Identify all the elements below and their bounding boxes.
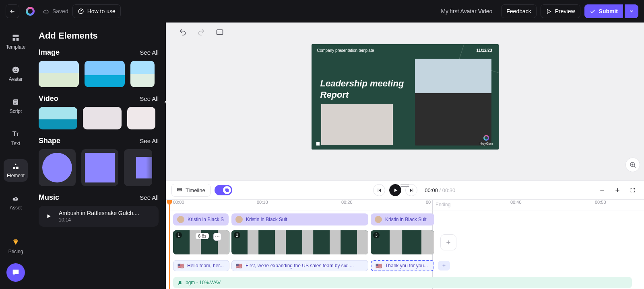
nav-asset[interactable]: Asset (4, 191, 28, 214)
svg-rect-18 (217, 30, 223, 35)
see-all-shape[interactable]: See All (140, 137, 159, 144)
timeline-mode-button[interactable]: Timeline (171, 184, 211, 197)
see-all-music[interactable]: See All (140, 194, 159, 201)
script-icon (12, 98, 20, 106)
nav-avatar[interactable]: Avatar (4, 63, 28, 85)
app-logo[interactable] (23, 4, 37, 18)
avatar-clip[interactable]: Kristin in Black Suit (231, 213, 368, 225)
svg-marker-1 (547, 9, 551, 13)
music-lane: bgm - 10%.WAV (169, 277, 644, 289)
element-icon (12, 162, 20, 170)
video-thumb[interactable] (83, 107, 122, 129)
play-button[interactable] (389, 184, 401, 196)
undo-button[interactable] (178, 27, 188, 37)
layers-toggle[interactable] (215, 185, 232, 195)
canvas[interactable]: Company presentation template 11/12/23 L… (312, 44, 499, 150)
script-clip[interactable]: 🇺🇸First, we're expanding the US sales te… (231, 260, 368, 271)
video-thumb[interactable] (39, 107, 77, 129)
nav-element[interactable]: Element (4, 159, 28, 182)
submit-dropdown[interactable] (625, 4, 638, 18)
scene-clip[interactable]: 3 (371, 230, 434, 254)
image-thumb[interactable] (130, 61, 155, 87)
svg-marker-26 (394, 189, 398, 192)
project-name: My first Avatar Video (441, 8, 492, 14)
svg-rect-9 (14, 100, 17, 101)
svg-point-6 (14, 69, 15, 70)
timeline[interactable]: 00:00 00:10 00:20 00 Ending 00:40 00:50 … (166, 200, 644, 289)
svg-point-7 (16, 69, 17, 70)
zoom-fit-button[interactable] (625, 158, 640, 172)
canvas-avatar[interactable] (415, 59, 491, 146)
script-clip[interactable]: 🇺🇸Hello team, her... (173, 260, 229, 271)
nav-pricing[interactable]: Pricing (4, 235, 28, 258)
see-all-video[interactable]: See All (140, 95, 159, 102)
redo-button[interactable] (196, 27, 206, 37)
svg-marker-27 (410, 189, 412, 192)
safe-zone-button[interactable] (215, 27, 225, 37)
scene-clip[interactable]: 2 (231, 230, 368, 254)
submit-button[interactable]: Submit (584, 4, 623, 18)
section-shape-title: Shape (39, 137, 60, 145)
music-item[interactable]: Ambush in Rattlesnake Gulch.... 10:14 (39, 206, 159, 227)
section-music-title: Music (39, 193, 59, 202)
add-script-button[interactable] (438, 261, 450, 271)
add-scene-button[interactable] (440, 234, 456, 250)
scene-clip[interactable]: 1 6.8s ⋯ (173, 230, 229, 254)
nav-label: Text (11, 141, 20, 146)
prev-scene-button[interactable] (373, 184, 385, 196)
nav-script[interactable]: Script (4, 95, 28, 117)
video-thumb[interactable] (127, 107, 155, 129)
svg-rect-28 (413, 189, 413, 192)
timeline-label: Timeline (186, 187, 205, 193)
avatar-clip[interactable]: Kristin in Black Suit (371, 213, 434, 225)
check-icon (590, 8, 596, 14)
magnifier-icon (629, 161, 636, 168)
image-thumb[interactable] (85, 61, 125, 87)
script-text: Hello team, her... (187, 263, 224, 269)
canvas-photo[interactable] (321, 104, 393, 145)
shape-circle[interactable] (39, 149, 76, 186)
scene-index: 2 (234, 232, 240, 238)
help-circle-icon (78, 8, 84, 14)
ruler-tick: 00:00 (173, 200, 184, 205)
script-text: First, we're expanding the US sales team… (246, 263, 354, 269)
play-outline-icon (546, 8, 552, 14)
shape-square[interactable] (81, 149, 118, 186)
feedback-button[interactable]: Feedback (501, 4, 536, 18)
back-button[interactable] (6, 4, 19, 18)
ruler-tick: 00:20 (341, 200, 353, 205)
playhead[interactable] (169, 200, 170, 289)
avatar-chip-icon (177, 216, 184, 223)
ruler-ending: Ending (436, 202, 450, 207)
ruler[interactable]: 00:00 00:10 00:20 00 Ending 00:40 00:50 (169, 200, 644, 211)
nav-label: Script (10, 109, 22, 114)
cloud-upload-icon (12, 195, 20, 203)
fullscreen-button[interactable] (627, 184, 638, 196)
see-all-image[interactable]: See All (140, 49, 159, 56)
avatar-clip[interactable]: Kristin in Black S (173, 213, 229, 225)
avatar-clip-label: Kristin in Black Suit (385, 217, 427, 222)
svg-point-5 (12, 67, 19, 74)
avatar-chip-icon (375, 216, 382, 223)
shape-gradient[interactable] (124, 149, 152, 186)
image-thumb[interactable] (39, 61, 79, 87)
panel-resize-handle[interactable] (400, 184, 409, 188)
svg-rect-3 (13, 38, 16, 41)
nav-template[interactable]: Template (4, 31, 28, 53)
nav-text[interactable]: TT Text (4, 127, 28, 150)
canvas-date: 11/12/23 (477, 48, 492, 53)
script-clip-selected[interactable]: 🇺🇸Thank you for you... (371, 260, 434, 271)
canvas-title[interactable]: Leadership meeting Report (320, 78, 413, 100)
svg-point-30 (180, 283, 182, 284)
nav-rail: Template Avatar Script TT Text Element A… (0, 23, 31, 289)
zoom-in-button[interactable] (612, 184, 623, 196)
music-clip[interactable]: bgm - 10%.WAV (173, 277, 632, 288)
zoom-out-button[interactable] (597, 184, 608, 196)
music-title: Ambush in Rattlesnake Gulch.... (59, 210, 151, 216)
how-to-use-label: How to use (87, 8, 116, 14)
svg-rect-4 (17, 38, 19, 41)
scene-menu-button[interactable]: ⋯ (213, 233, 221, 241)
how-to-use-button[interactable]: How to use (72, 4, 121, 18)
preview-button[interactable]: Preview (541, 4, 580, 18)
chat-launcher[interactable] (6, 263, 25, 282)
